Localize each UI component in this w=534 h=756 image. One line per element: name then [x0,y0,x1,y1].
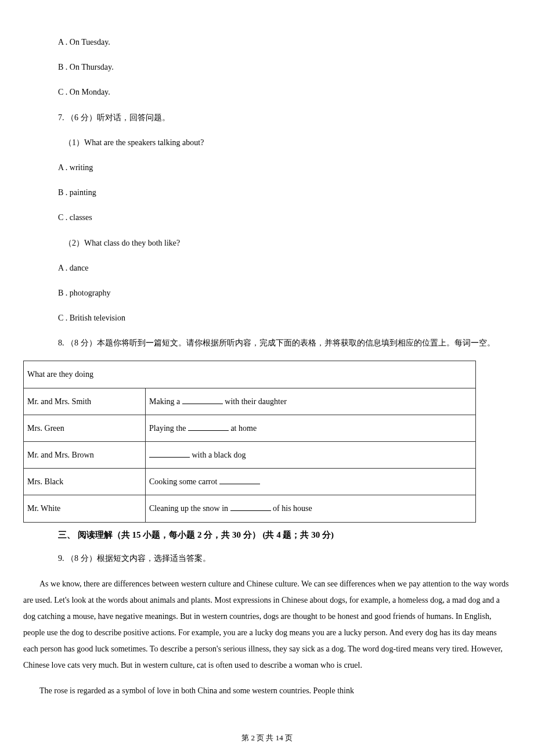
q9-para2: The rose is regarded as a symbol of love… [22,683,512,699]
cell-text: with their daughter [223,397,287,406]
page-footer: 第 2 页 共 14 页 [0,731,534,744]
fill-blank[interactable] [182,396,223,404]
table-row: Mr. White Cleaning up the snow in of his… [24,495,476,522]
cell-text: Playing the [149,424,188,433]
q7-sub2-c: C . British television [22,311,512,325]
cell-text: Cleaning up the snow in [149,504,230,513]
q7-stem: 7. （6 分）听对话，回答问题。 [22,110,512,125]
table-row: Mr. and Mrs. Smith Making a with their d… [24,388,476,415]
table-header: What are they doing [24,361,476,388]
table-cell: Making a with their daughter [146,388,476,415]
table-row: Mr. and Mrs. Brown with a black dog [24,442,476,469]
q6-option-c: C . On Monday. [22,85,512,99]
table-cell: with a black dog [146,442,476,469]
q9-stem: 9. （8 分）根据短文内容，选择适当答案。 [22,551,512,566]
cell-text: Cooking some carrot [149,477,219,486]
table-cell: Mr. and Mrs. Smith [24,388,146,415]
fill-blank[interactable] [230,503,271,511]
q7-sub1-a: A . writing [22,160,512,175]
table-row: Mrs. Green Playing the at home [24,415,476,441]
section-3-title: 三、 阅读理解（共 15 小题，每小题 2 分，共 30 分） (共 4 题；共… [22,527,512,543]
table-cell: Playing the at home [146,415,476,441]
q7-sub2: （2）What class do they both like? [22,236,512,250]
table-cell: Mrs. Green [24,415,146,441]
q7-sub1: （1）What are the speakers talking about? [22,135,512,150]
q7-sub2-a: A . dance [22,261,512,275]
cell-text: of his house [271,504,312,513]
q6-option-b: B . On Thursday. [22,60,512,74]
q7-sub1-c: C . classes [22,210,512,225]
cell-text: Making a [149,397,182,406]
q9-para1: As we know, there are differences betwee… [22,576,512,674]
table-cell: Mr. and Mrs. Brown [24,442,146,469]
table-cell: Cooking some carrot [146,469,476,495]
q8-stem: 8. （8 分）本题你将听到一篇短文。请你根据所听内容，完成下面的表格，并将获取… [22,336,512,350]
table-cell: Mrs. Black [24,469,146,495]
q6-option-a: A . On Tuesday. [22,35,512,49]
table-row: Mrs. Black Cooking some carrot [24,469,476,495]
q8-table: What are they doing Mr. and Mrs. Smith M… [23,361,476,522]
table-row: What are they doing [24,361,476,388]
table-cell: Cleaning up the snow in of his house [146,495,476,522]
cell-text: at home [229,424,257,433]
fill-blank[interactable] [219,476,260,484]
fill-blank[interactable] [188,423,229,431]
table-cell: Mr. White [24,495,146,522]
cell-text: with a black dog [190,451,246,459]
fill-blank[interactable] [149,449,190,458]
q7-sub1-b: B . painting [22,185,512,200]
q7-sub2-b: B . photography [22,286,512,300]
